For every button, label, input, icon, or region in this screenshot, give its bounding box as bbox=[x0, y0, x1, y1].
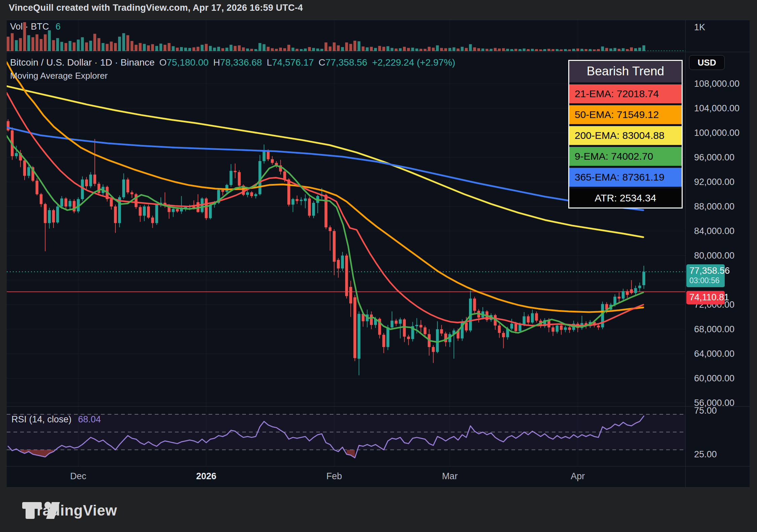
volume-bar bbox=[490, 49, 493, 51]
rsi-legend[interactable]: RSI (14, close) 68.04 bbox=[11, 414, 101, 425]
candle bbox=[110, 199, 113, 206]
candle bbox=[498, 326, 501, 333]
candle bbox=[221, 190, 224, 192]
volume-bar bbox=[196, 47, 200, 51]
volume-bar bbox=[366, 47, 369, 51]
volume-bar bbox=[31, 37, 34, 51]
volume-bar bbox=[7, 37, 9, 51]
volume-bar bbox=[250, 49, 253, 51]
volume-value: 6 bbox=[56, 22, 61, 32]
volume-bar bbox=[597, 49, 600, 51]
ohlc-key: C bbox=[319, 57, 325, 68]
candle bbox=[551, 328, 554, 332]
candle bbox=[630, 289, 633, 293]
candle bbox=[52, 210, 55, 223]
candle bbox=[143, 206, 146, 216]
candle bbox=[27, 167, 30, 176]
reference-price-badge[interactable]: 74,110.81 bbox=[686, 291, 725, 304]
symbol-ohlc-line[interactable]: Bitcoin / U.S. Dollar · 1D · BinanceO75,… bbox=[10, 57, 455, 68]
candle bbox=[560, 326, 563, 330]
tradingview-logo-icon bbox=[22, 500, 66, 521]
candle bbox=[382, 335, 385, 347]
volume-bar bbox=[605, 48, 608, 51]
ohlc-val: 74,576.17 bbox=[272, 57, 314, 68]
indicator-title[interactable]: Moving Average Explorer bbox=[10, 71, 108, 81]
candle bbox=[283, 172, 286, 180]
candle bbox=[527, 316, 530, 322]
candle bbox=[258, 161, 261, 194]
tradingview-branding[interactable]: TradingView bbox=[22, 502, 117, 519]
ohlc-val: 75,180.00 bbox=[167, 57, 209, 68]
candle bbox=[308, 198, 311, 216]
volume-bar bbox=[432, 48, 435, 51]
volume-bar bbox=[535, 49, 538, 51]
candle bbox=[304, 198, 307, 201]
volume-bar bbox=[279, 48, 282, 51]
candle bbox=[135, 194, 138, 207]
volume-bar bbox=[110, 42, 113, 51]
candle bbox=[209, 205, 212, 218]
candle bbox=[180, 209, 183, 211]
volume-bar bbox=[69, 41, 72, 51]
candle bbox=[89, 175, 92, 186]
candle bbox=[271, 159, 274, 163]
candle bbox=[127, 180, 130, 192]
volume-bar bbox=[403, 47, 406, 51]
candle bbox=[36, 181, 39, 194]
volume-bar bbox=[283, 48, 286, 51]
currency-toggle-button[interactable]: USD bbox=[689, 55, 725, 70]
volume-bar bbox=[473, 47, 476, 51]
candle bbox=[436, 329, 439, 352]
candle bbox=[69, 201, 72, 206]
volume-bar bbox=[308, 47, 311, 51]
volume-bar bbox=[217, 47, 220, 51]
ohlc-key: O bbox=[159, 57, 167, 68]
volume-bar bbox=[234, 46, 237, 51]
tradingview-screenshot: VinceQuill created with TradingView.com,… bbox=[0, 0, 757, 532]
volume-pane[interactable] bbox=[7, 20, 685, 52]
volume-bar bbox=[242, 47, 245, 51]
candle bbox=[40, 194, 43, 204]
volume-bar bbox=[539, 49, 542, 51]
price-axis-tick: 88,000.00 bbox=[694, 201, 734, 212]
candle bbox=[114, 206, 117, 223]
volume-bar bbox=[155, 46, 158, 51]
rsi-pane[interactable] bbox=[7, 406, 685, 466]
volume-bar bbox=[65, 43, 68, 51]
volume-legend[interactable]: Vol · BTC 6 bbox=[10, 22, 61, 32]
candle bbox=[254, 194, 257, 196]
price-axis-tick: 104,000.00 bbox=[694, 103, 740, 114]
time-axis[interactable]: Dec2026FebMarApr bbox=[7, 466, 750, 488]
candle bbox=[44, 204, 47, 223]
volume-bar bbox=[168, 43, 171, 51]
ema-legend-row: ATR: 2534.34 bbox=[569, 189, 682, 207]
candle bbox=[349, 287, 352, 303]
candle bbox=[420, 325, 423, 327]
price-axis-tick: 100,000.00 bbox=[694, 128, 740, 138]
candle bbox=[262, 151, 265, 161]
bar-countdown: 03:00:56 bbox=[689, 276, 725, 285]
price-axis-tick: 64,000.00 bbox=[694, 349, 734, 359]
ema-legend-rows: 21-EMA: 72018.7450-EMA: 71549.12200-EMA:… bbox=[569, 84, 682, 207]
volume-bar bbox=[444, 48, 447, 51]
current-price-badge[interactable]: 77,358.56 03:00:56 bbox=[686, 264, 725, 287]
volume-bar bbox=[531, 49, 534, 51]
volume-bar bbox=[510, 49, 513, 51]
volume-bar bbox=[634, 48, 637, 51]
candle bbox=[234, 171, 237, 172]
volume-bar bbox=[225, 48, 228, 51]
volume-bar bbox=[547, 49, 550, 51]
candle bbox=[329, 227, 332, 231]
volume-bar bbox=[36, 34, 39, 51]
trend-status-label: Bearish Trend bbox=[569, 61, 682, 82]
volume-bar bbox=[448, 48, 452, 51]
volume-bar bbox=[630, 47, 633, 51]
price-axis[interactable]: 1K USD 108,000.00104,000.00100,000.0096,… bbox=[686, 20, 750, 487]
candle bbox=[229, 171, 232, 185]
symbol-title: Bitcoin / U.S. Dollar · 1D · Binance bbox=[10, 57, 155, 68]
price-axis-tick: 60,000.00 bbox=[694, 373, 734, 384]
price-axis-tick: 84,000.00 bbox=[694, 226, 734, 236]
volume-bar bbox=[102, 43, 105, 51]
volume-bar bbox=[481, 48, 484, 51]
ohlc-key: L bbox=[267, 57, 272, 68]
